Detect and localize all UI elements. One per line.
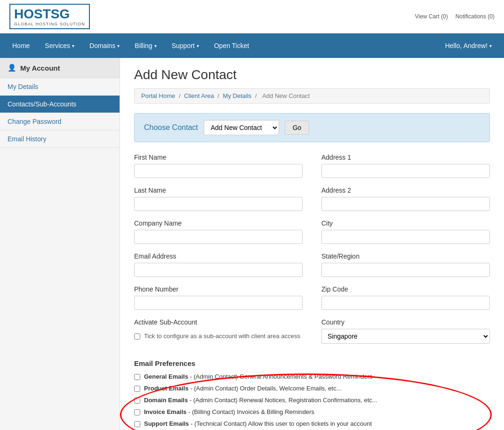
- form-row-6: Activate Sub-Account Tick to configure a…: [134, 318, 490, 348]
- activate-checkbox-text: Tick to configure as a sub-account with …: [144, 333, 300, 340]
- phone-label: Phone Number: [134, 285, 303, 293]
- pref-invoice-bold: Invoice Emails: [144, 408, 186, 415]
- sidebar-item-email-history-label: Email History: [8, 135, 46, 143]
- form-group-first-name: First Name: [134, 154, 303, 178]
- email-pref-general: General Emails - (Admin Contact) General…: [134, 373, 490, 380]
- choose-contact-dropdown[interactable]: Add New Contact: [204, 120, 279, 135]
- form-row-1: First Name Address 1: [134, 154, 490, 178]
- person-icon: 👤: [8, 64, 16, 72]
- breadcrumb-sep2: /: [217, 92, 219, 99]
- zip-input[interactable]: [321, 296, 490, 310]
- email-prefs-title: Email Preferences: [134, 359, 490, 367]
- first-name-input[interactable]: [134, 164, 303, 178]
- last-name-input[interactable]: [134, 197, 303, 211]
- activate-checkbox[interactable]: [134, 333, 140, 340]
- nav-billing[interactable]: Billing ▾: [127, 33, 164, 58]
- city-input[interactable]: [321, 230, 490, 244]
- email-input[interactable]: [134, 263, 303, 277]
- phone-input[interactable]: [134, 296, 303, 310]
- nav-services-arrow: ▾: [72, 43, 74, 49]
- nav-services-label: Services: [45, 42, 70, 49]
- pref-support-bold: Support Emails: [144, 420, 189, 427]
- pref-support-text: Support Emails - (Technical Contact) All…: [144, 420, 372, 427]
- nav-bar: Home Services ▾ Domains ▾ Billing ▾ Supp…: [0, 33, 504, 58]
- breadcrumb-current: Add New Contact: [262, 92, 310, 99]
- nav-billing-label: Billing: [135, 42, 152, 49]
- go-button[interactable]: Go: [285, 121, 310, 135]
- pref-general-text: General Emails - (Admin Contact) General…: [144, 373, 373, 380]
- form-row-3: Company Name City: [134, 219, 490, 244]
- pref-product-text: Product Emails - (Admin Contact) Order D…: [144, 385, 342, 392]
- pref-support-checkbox[interactable]: [134, 421, 140, 427]
- pref-support-rest: - (Technical Contact) Allow this user to…: [189, 420, 372, 427]
- nav-user-arrow: ▾: [489, 43, 492, 49]
- address2-input[interactable]: [321, 197, 490, 211]
- pref-general-checkbox[interactable]: [134, 374, 140, 380]
- company-input[interactable]: [134, 230, 303, 244]
- email-pref-domain: Domain Emails - (Admin Contact) Renewal …: [134, 397, 490, 404]
- sidebar-item-change-password-label: Change Password: [8, 118, 61, 125]
- address1-input[interactable]: [321, 164, 490, 178]
- form-group-email: Email Address: [134, 252, 303, 277]
- breadcrumb-client-area[interactable]: Client Area: [184, 92, 214, 99]
- pref-domain-text: Domain Emails - (Admin Contact) Renewal …: [144, 397, 377, 404]
- logo: HOSTSG GLOBAL HOSTING SOLUTION: [9, 4, 90, 29]
- form-row-2: Last Name Address 2: [134, 187, 490, 211]
- email-pref-support: Support Emails - (Technical Contact) All…: [134, 420, 490, 427]
- choose-contact-label: Choose Contact: [144, 123, 198, 132]
- breadcrumb-sep3: /: [255, 92, 257, 99]
- sidebar-item-contacts[interactable]: Contacts/Sub-Accounts: [0, 96, 120, 113]
- sidebar-title-label: My Account: [20, 64, 60, 72]
- nav-domains[interactable]: Domains ▾: [82, 33, 127, 58]
- company-label: Company Name: [134, 219, 303, 227]
- pref-product-rest: - (Admin Contact) Order Details, Welcome…: [189, 385, 342, 392]
- nav-billing-arrow: ▾: [154, 43, 157, 49]
- form-group-state: State/Region: [321, 252, 490, 277]
- nav-open-ticket[interactable]: Open Ticket: [207, 33, 257, 58]
- breadcrumb-my-details[interactable]: My Details: [223, 92, 252, 99]
- state-label: State/Region: [321, 252, 490, 260]
- breadcrumb: Portal Home / Client Area / My Details /…: [134, 88, 490, 104]
- sidebar-item-my-details[interactable]: My Details: [0, 78, 120, 96]
- country-label: Country: [321, 318, 490, 326]
- breadcrumb-sep1: /: [179, 92, 181, 99]
- form-group-activate: Activate Sub-Account Tick to configure a…: [134, 318, 303, 340]
- form-group-city: City: [321, 219, 490, 244]
- nav-services[interactable]: Services ▾: [37, 33, 82, 58]
- logo-box: HOSTSG GLOBAL HOSTING SOLUTION: [9, 4, 90, 29]
- notifications-link[interactable]: Notifications (0): [456, 13, 495, 20]
- breadcrumb-portal-home[interactable]: Portal Home: [141, 92, 175, 99]
- sidebar-item-my-details-label: My Details: [8, 83, 38, 90]
- state-input[interactable]: [321, 263, 490, 277]
- form-group-last-name: Last Name: [134, 187, 303, 211]
- nav-home[interactable]: Home: [5, 33, 37, 58]
- pref-invoice-checkbox[interactable]: [134, 409, 140, 415]
- nav-user[interactable]: Hello, Andrew! ▾: [438, 33, 499, 58]
- first-name-label: First Name: [134, 154, 303, 161]
- last-name-label: Last Name: [134, 187, 303, 194]
- pref-domain-checkbox[interactable]: [134, 398, 140, 404]
- sidebar: 👤 My Account My Details Contacts/Sub-Acc…: [0, 58, 120, 430]
- email-label: Email Address: [134, 252, 303, 260]
- email-pref-invoice: Invoice Emails - (Billing Contact) Invoi…: [134, 408, 490, 415]
- form-group-company: Company Name: [134, 219, 303, 244]
- country-select[interactable]: Singapore: [321, 329, 490, 344]
- sidebar-item-contacts-label: Contacts/Sub-Accounts: [8, 100, 76, 108]
- pref-domain-rest: - (Admin Contact) Renewal Notices, Regis…: [188, 397, 377, 404]
- choose-contact-select-wrapper: Add New Contact: [204, 120, 279, 135]
- nav-support[interactable]: Support ▾: [164, 33, 207, 58]
- pref-product-checkbox[interactable]: [134, 386, 140, 392]
- address2-label: Address 2: [321, 187, 490, 194]
- pref-product-bold: Product Emails: [144, 385, 189, 392]
- cart-link[interactable]: View Cart (0): [415, 13, 448, 20]
- nav-support-label: Support: [172, 42, 195, 49]
- logo-sub: GLOBAL HOSTING SOLUTION: [14, 22, 85, 26]
- sidebar-item-email-history[interactable]: Email History: [0, 130, 120, 148]
- sidebar-item-change-password[interactable]: Change Password: [0, 113, 120, 130]
- form-row-4: Email Address State/Region: [134, 252, 490, 277]
- activate-checkbox-row: Tick to configure as a sub-account with …: [134, 333, 303, 340]
- form-group-phone: Phone Number: [134, 285, 303, 310]
- nav-support-arrow: ▾: [197, 43, 199, 49]
- email-prefs-section: Email Preferences General Emails - (Admi…: [134, 359, 490, 430]
- pref-general-rest: - (Admin Contact) General Announcements …: [188, 373, 373, 380]
